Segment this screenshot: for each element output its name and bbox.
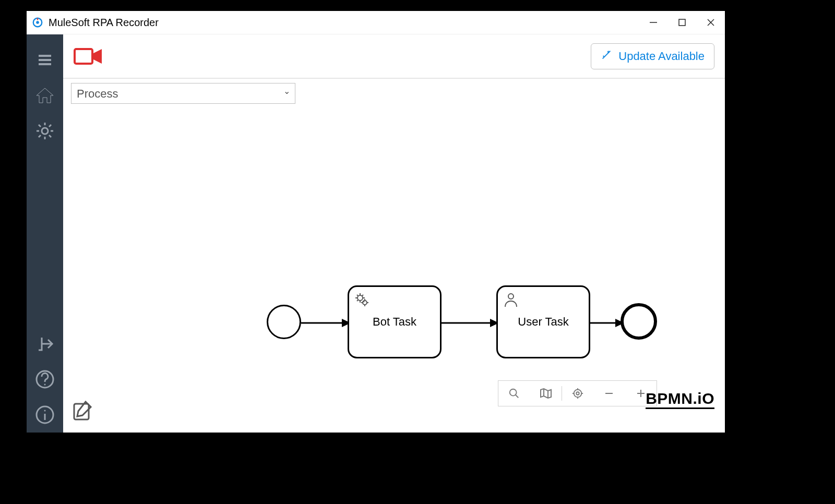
- sidebar: [27, 34, 63, 433]
- update-available-label: Update Available: [618, 50, 705, 63]
- svg-point-23: [508, 294, 514, 299]
- svg-rect-16: [75, 49, 92, 64]
- record-button[interactable]: [74, 46, 103, 67]
- svg-rect-4: [679, 19, 685, 26]
- body: Update Available Process: [27, 34, 725, 433]
- menu-button[interactable]: [32, 47, 57, 73]
- svg-point-26: [510, 389, 517, 396]
- bot-task-label: Bot Task: [373, 315, 416, 329]
- svg-point-29: [574, 390, 582, 398]
- window-controls: [639, 11, 725, 34]
- bpmn-canvas[interactable]: Bot Task User Task: [63, 104, 725, 433]
- top-toolbar: Update Available: [63, 34, 725, 79]
- update-available-button[interactable]: Update Available: [591, 43, 714, 69]
- service-task-icon: [353, 291, 371, 312]
- main-panel: Update Available Process: [63, 34, 725, 433]
- app-logo-icon: [32, 17, 43, 28]
- home-button[interactable]: [32, 83, 57, 108]
- minimize-button[interactable]: [639, 11, 667, 34]
- process-dropdown[interactable]: Process: [71, 83, 295, 104]
- user-task-node[interactable]: User Task: [496, 285, 590, 358]
- flow-arrow-2: [442, 317, 499, 329]
- minimap-button[interactable]: [530, 381, 561, 406]
- close-button[interactable]: [696, 11, 725, 34]
- start-event-node[interactable]: [267, 305, 301, 339]
- svg-line-27: [516, 395, 519, 398]
- svg-point-10: [42, 128, 48, 134]
- zoom-fit-button[interactable]: [562, 381, 593, 406]
- edit-notes-button[interactable]: [71, 399, 97, 425]
- svg-point-20: [363, 301, 367, 305]
- export-button[interactable]: [32, 331, 57, 356]
- user-task-icon: [502, 291, 520, 312]
- zoom-out-button[interactable]: [593, 381, 625, 406]
- help-button[interactable]: [32, 367, 57, 392]
- svg-point-28: [576, 392, 579, 395]
- zoom-search-button[interactable]: [498, 381, 530, 406]
- settings-button[interactable]: [32, 118, 57, 143]
- user-task-label: User Task: [518, 315, 568, 329]
- window-title: MuleSoft RPA Recorder: [49, 17, 159, 29]
- process-select-row: Process: [63, 79, 725, 104]
- title-bar: MuleSoft RPA Recorder: [27, 11, 725, 34]
- zoom-toolbar: [498, 380, 657, 406]
- bot-task-node[interactable]: Bot Task: [348, 285, 442, 358]
- svg-point-19: [357, 295, 363, 301]
- flow-arrow-3: [590, 317, 624, 329]
- info-button[interactable]: [32, 402, 57, 427]
- svg-point-14: [44, 410, 46, 412]
- bpmn-io-logo[interactable]: BPMN.iO: [646, 390, 714, 409]
- app-window: MuleSoft RPA Recorder: [26, 10, 725, 433]
- end-event-node[interactable]: [621, 303, 657, 340]
- svg-point-1: [36, 21, 39, 24]
- flow-arrow-1: [301, 317, 351, 329]
- maximize-button[interactable]: [667, 11, 696, 34]
- svg-point-12: [44, 384, 46, 386]
- sparkle-icon: [601, 49, 612, 64]
